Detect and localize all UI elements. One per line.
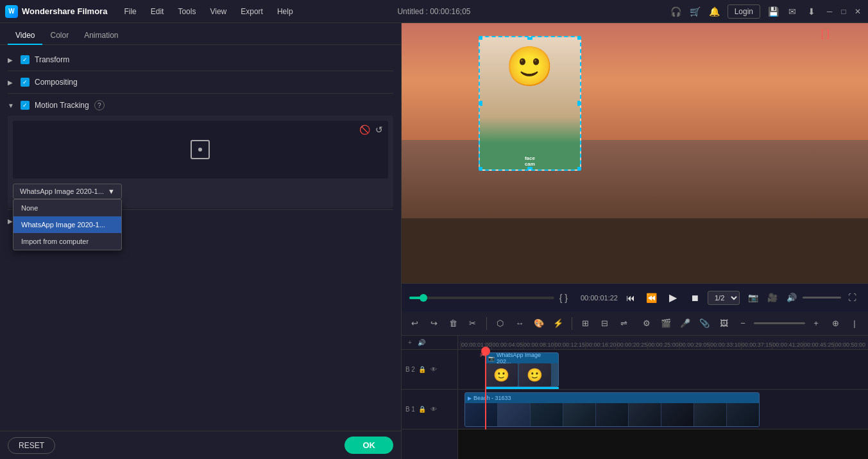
timeline-scrubber[interactable]: [409, 297, 554, 299]
section-transform[interactable]: ▶ ✓ Transform: [0, 50, 401, 69]
track-1-visible[interactable]: 👁: [429, 405, 438, 414]
zoom-slider[interactable]: [754, 322, 805, 324]
ruler-mark-5: 00:00:20:25: [617, 342, 648, 349]
mic-icon[interactable]: 🎤: [677, 315, 694, 332]
transform-checkbox[interactable]: ✓: [21, 55, 30, 64]
crop-button[interactable]: ⬡: [492, 315, 509, 332]
menu-tools[interactable]: Tools: [171, 4, 202, 19]
playback-ratio-select[interactable]: 1/2: [708, 291, 740, 305]
handle-bl[interactable]: [479, 167, 482, 171]
handle-tr[interactable]: [577, 36, 581, 40]
effects-icon[interactable]: ⚙: [638, 315, 655, 332]
handle-ml[interactable]: [479, 101, 482, 106]
close-button[interactable]: ✕: [853, 6, 863, 17]
headphones-icon[interactable]: 🎧: [670, 5, 683, 18]
cart-icon[interactable]: 🛒: [689, 5, 702, 18]
menu-edit[interactable]: Edit: [144, 4, 171, 19]
video-clip[interactable]: ▶ Beach - 31633: [464, 392, 760, 427]
zoom-out-button[interactable]: −: [735, 315, 751, 332]
maximize-button[interactable]: □: [838, 6, 849, 17]
motion-tracking-checkbox[interactable]: ✓: [21, 101, 30, 110]
track-2-visible[interactable]: 👁: [429, 365, 438, 374]
handle-tl[interactable]: [479, 36, 482, 40]
audio-icon[interactable]: 🔊: [417, 338, 426, 347]
track-2-lock[interactable]: 🔒: [418, 365, 427, 374]
rewind-frame-button[interactable]: ⏮: [623, 290, 638, 306]
toolbar-separator-2: [572, 317, 572, 330]
add-marker-button[interactable]: ⊕: [827, 315, 844, 332]
motion-tracking-help-icon[interactable]: ?: [94, 100, 105, 110]
refresh-tracking-icon[interactable]: ↺: [375, 125, 383, 135]
preview-background: [ ] 🙂 facecam: [402, 23, 868, 283]
menu-view[interactable]: View: [203, 4, 233, 19]
image-icon[interactable]: 🖼: [715, 315, 732, 332]
tracking-dropdown-menu: None WhatsApp Image 2020-1... Import fro…: [13, 199, 122, 250]
playhead[interactable]: ✂: [485, 350, 486, 429]
app-name: Wondershare Filmora: [22, 6, 107, 16]
menu-export[interactable]: Export: [234, 4, 269, 19]
login-button[interactable]: Login: [728, 4, 760, 19]
ruler-mark-12: 00:00:50:00: [834, 342, 865, 349]
save-icon[interactable]: 💾: [767, 5, 779, 18]
handle-bm[interactable]: [527, 167, 532, 171]
menu-file[interactable]: File: [117, 4, 142, 19]
clip-icon[interactable]: 📎: [696, 315, 713, 332]
step-back-button[interactable]: ⏪: [643, 290, 659, 306]
tab-animation[interactable]: Animation: [76, 27, 126, 45]
video-clip-icon: ▶: [468, 395, 472, 401]
reset-button[interactable]: RESET: [8, 437, 55, 454]
track-1-number: B 1: [405, 406, 415, 413]
image-clip[interactable]: 📷 WhatsApp Image 202... 🙂 🙂: [485, 352, 559, 387]
bracket-left[interactable]: {: [559, 293, 563, 303]
dropdown-option-none[interactable]: None: [13, 200, 121, 216]
image-clip-icon: 📷: [488, 356, 495, 361]
camera-icon[interactable]: 🎥: [764, 290, 781, 306]
track-1-lock[interactable]: 🔒: [418, 405, 427, 414]
scissors-button[interactable]: ✂: [464, 315, 481, 332]
audio-settings-icon[interactable]: 🔊: [783, 290, 800, 306]
section-motion-tracking[interactable]: ▼ ✓ Motion Tracking ?: [0, 95, 401, 116]
track-fit-button[interactable]: ⊟: [597, 315, 613, 332]
play-button[interactable]: ▶: [664, 289, 682, 307]
image-clip-title: WhatsApp Image 202...: [497, 352, 556, 365]
section-compositing[interactable]: ▶ ✓ Compositing: [0, 73, 401, 92]
minimize-button[interactable]: ─: [824, 6, 835, 17]
bell-icon[interactable]: 🔔: [708, 5, 721, 18]
fullscreen-icon[interactable]: ⛶: [844, 290, 860, 306]
zoom-in-button[interactable]: +: [808, 315, 824, 332]
split-button[interactable]: |: [846, 315, 863, 332]
download-icon[interactable]: ⬇: [805, 5, 818, 18]
speed-button[interactable]: ⚡: [550, 315, 566, 332]
volume-slider[interactable]: [803, 297, 841, 299]
divider-2: [8, 93, 393, 94]
menu-help[interactable]: Help: [271, 4, 300, 19]
delete-button[interactable]: 🗑: [445, 315, 462, 332]
tracking-subject-dropdown[interactable]: WhatsApp Image 2020-1... ▼: [13, 184, 122, 199]
color-button[interactable]: 🎨: [531, 315, 547, 332]
handle-br[interactable]: [577, 167, 581, 171]
compositing-checkbox[interactable]: ✓: [21, 78, 30, 87]
track-add-button[interactable]: ⊞: [577, 315, 594, 332]
overlay-image[interactable]: 🙂 facecam: [479, 36, 581, 171]
handle-mr[interactable]: [577, 101, 581, 106]
bracket-right[interactable]: }: [565, 293, 568, 303]
audio-mixer-button[interactable]: ⇌: [616, 315, 633, 332]
ruler-mark-11: 00:00:45:25: [803, 342, 835, 349]
ok-button[interactable]: OK: [345, 437, 393, 454]
hide-tracking-icon[interactable]: 🚫: [359, 125, 370, 135]
speed-icon[interactable]: 🎬: [658, 315, 674, 332]
dropdown-option-import[interactable]: Import from computer: [13, 233, 121, 250]
dropdown-option-whatsapp[interactable]: WhatsApp Image 2020-1...: [13, 216, 121, 233]
handle-tm[interactable]: [527, 36, 532, 40]
logo-icon: W: [5, 5, 18, 18]
undo-button[interactable]: ↩: [407, 315, 423, 332]
tab-video[interactable]: Video: [8, 27, 42, 45]
mail-icon[interactable]: ✉: [786, 5, 799, 18]
stop-button[interactable]: ⏹: [687, 290, 702, 306]
progress-thumb[interactable]: [420, 294, 427, 302]
redo-button[interactable]: ↪: [426, 315, 443, 332]
screenshot-icon[interactable]: 📷: [745, 290, 762, 306]
tab-color[interactable]: Color: [42, 27, 76, 45]
transform-button[interactable]: ↔: [511, 315, 528, 332]
add-track-icon[interactable]: +: [405, 338, 414, 347]
